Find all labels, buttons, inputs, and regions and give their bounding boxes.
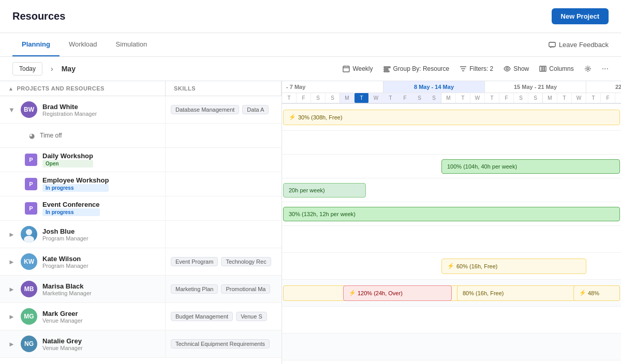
settings-icon — [584, 65, 592, 72]
skill-tag: Promotional Ma — [221, 284, 270, 294]
gantt-row-mb: ⚡ 120% (24h, Over) 80% (16h, Free) ⚡ 48% — [282, 280, 621, 307]
gantt-panel: - 7 May 8 May - 14 May 15 May - 21 May 2… — [282, 81, 621, 364]
gantt-bar-mb-48: ⚡ 48% — [573, 285, 620, 301]
leave-feedback-button[interactable]: Leave Feedback — [549, 34, 609, 56]
svg-rect-4 — [384, 71, 389, 72]
more-options-button[interactable]: ··· — [602, 64, 609, 73]
project-row-daily: P Daily Workshop Open — [0, 148, 282, 172]
gantt-row-mg — [282, 307, 621, 333]
gantt-bar-mb-free: 80% (16h, Free) — [457, 285, 581, 301]
skill-tag: Database Management — [171, 105, 239, 114]
gantt-row-kw: ⚡ 60% (16h, Free) — [282, 253, 621, 280]
svg-point-5 — [506, 68, 508, 70]
project-row-event: P Event Conference In progress — [0, 196, 282, 221]
timeoff-label: Time off — [40, 132, 62, 139]
gantt-bar-kw: ⚡ 60% (16h, Free) — [441, 259, 586, 274]
skill-tag: Technology Rec — [221, 257, 271, 266]
eye-icon — [504, 65, 511, 72]
gantt-bar-event: 30% (132h, 12h per week) — [283, 207, 620, 221]
status-badge-employee: In progress — [42, 184, 109, 192]
skill-tag: Marketing Plan — [171, 284, 218, 294]
project-row-employee: P Employee Workshop In progress — [0, 172, 282, 196]
gantt-row-event: 30% (132h, 12h per week) — [282, 202, 621, 226]
skill-tag: Data A — [242, 105, 269, 114]
avatar-mg: MG — [21, 308, 37, 325]
svg-rect-8 — [544, 66, 546, 71]
status-badge-event: In progress — [42, 208, 100, 216]
column-header-skills: Skills — [166, 81, 282, 96]
timeoff-row: ◕ Time off — [0, 124, 282, 148]
weekly-selector[interactable]: Weekly — [343, 65, 373, 72]
project-icon-employee: P — [25, 178, 37, 190]
new-project-button[interactable]: New Project — [552, 8, 609, 24]
svg-rect-1 — [343, 66, 349, 72]
gantt-bar-daily: 100% (104h, 40h per week) — [441, 159, 620, 174]
gantt-bar-employee: 20h per week) — [283, 183, 366, 198]
expand-arrow-mg[interactable]: ► — [8, 313, 16, 320]
settings-button[interactable] — [584, 65, 592, 72]
gantt-bar-mb-over: ⚡ 120% (24h, Over) — [343, 285, 452, 301]
filters-button[interactable]: Filters: 2 — [460, 65, 493, 72]
avatar-ng: NG — [21, 336, 37, 352]
calendar-icon — [343, 65, 350, 72]
expand-arrow-jb[interactable]: ► — [8, 231, 16, 238]
project-icon-event: P — [25, 202, 37, 215]
svg-rect-6 — [540, 66, 542, 71]
columns-icon — [539, 65, 546, 72]
expand-arrow-mb[interactable]: ► — [8, 285, 16, 293]
avatar-kw: KW — [21, 253, 37, 270]
resource-row-jb: ► Josh Blue Program Manager — [0, 221, 282, 248]
expand-arrow-kw[interactable]: ► — [8, 258, 16, 265]
skill-tag: Venue S — [236, 312, 267, 321]
skill-tag: Budget Management — [171, 312, 233, 321]
month-label: May — [62, 65, 76, 73]
avatar-bw: BW — [21, 101, 37, 118]
tab-planning[interactable]: Planning — [12, 33, 60, 56]
resource-row-mg: ► MG Mark Greer Venue Manager Budget Man… — [0, 303, 282, 330]
resource-row-bw: ▼ BW Brad White Registration Manager Dat… — [0, 96, 282, 124]
tab-bar: Planning Workload Simulation — [12, 33, 156, 56]
prev-arrow[interactable]: › — [49, 65, 55, 73]
group-by-selector[interactable]: Group By: Resource — [383, 65, 450, 72]
gantt-bar-bw: ⚡ 30% (308h, Free) — [283, 110, 620, 125]
resource-row-ng: ► NG Natalie Grey Venue Manager Technica… — [0, 330, 282, 358]
svg-rect-3 — [384, 69, 388, 70]
tab-simulation[interactable]: Simulation — [107, 33, 157, 56]
skill-tag: Technical Equipment Requirements — [171, 339, 270, 348]
gantt-row-daily: 100% (104h, 40h per week) — [282, 155, 621, 178]
tab-workload[interactable]: Workload — [60, 33, 107, 56]
svg-rect-7 — [542, 66, 544, 71]
column-header-resources: ▲ Projects and Resources — [0, 81, 166, 96]
gantt-row-employee: 20h per week) — [282, 178, 621, 202]
resource-row-mb: ► MB Marisa Black Marketing Manager Mark… — [0, 276, 282, 303]
group-icon — [383, 65, 391, 72]
left-panel: ▲ Projects and Resources Skills ▼ BW Bra… — [0, 81, 282, 364]
svg-point-9 — [587, 68, 589, 70]
svg-point-11 — [24, 236, 34, 242]
resource-info-bw: Brad White Registration Manager — [42, 103, 97, 117]
filter-icon — [460, 65, 467, 72]
resource-row-kw: ► KW Kate Wilson Program Manager Event P… — [0, 248, 282, 276]
columns-button[interactable]: Columns — [539, 65, 573, 72]
page-title: Resources — [12, 10, 65, 22]
avatar-jb — [21, 226, 37, 242]
gantt-row-ng — [282, 333, 621, 360]
today-button[interactable]: Today — [12, 62, 42, 75]
avatar-mb: MB — [21, 281, 37, 297]
status-badge-daily: Open — [42, 160, 93, 168]
expand-arrow-bw[interactable]: ▼ — [8, 106, 16, 113]
gantt-row-jb — [282, 226, 621, 253]
gantt-row-timeoff — [282, 131, 621, 155]
svg-point-10 — [26, 229, 32, 235]
collapse-icon[interactable]: ▲ — [8, 86, 13, 92]
expand-arrow-ng[interactable]: ► — [8, 340, 16, 347]
project-icon-daily: P — [25, 154, 37, 166]
svg-rect-0 — [549, 42, 555, 47]
skill-tag: Event Program — [171, 257, 218, 266]
show-button[interactable]: Show — [504, 65, 529, 72]
feedback-icon — [549, 41, 556, 49]
svg-rect-2 — [384, 67, 390, 68]
